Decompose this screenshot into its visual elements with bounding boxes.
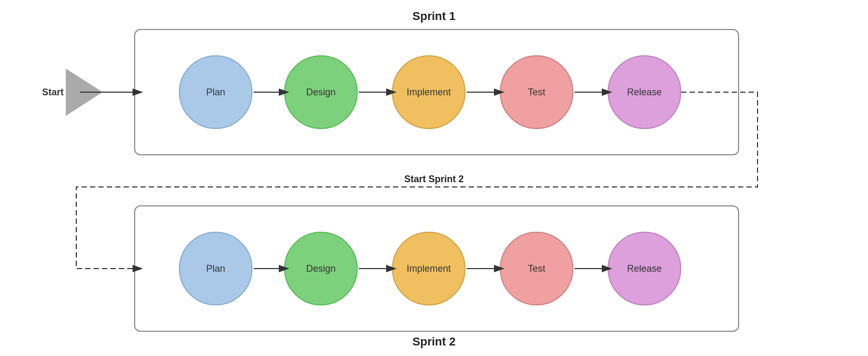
sprint1-implement-node: Implement xyxy=(392,55,466,129)
sprint2-design-node: Design xyxy=(284,232,358,305)
sprint1-plan-node: Plan xyxy=(179,55,253,129)
diagram-container: Sprint 1 Start Plan Design Implement Tes… xyxy=(0,0,868,356)
sprint2-test-node: Test xyxy=(500,232,573,305)
start-label: Start xyxy=(42,87,64,98)
sprint1-release-node: Release xyxy=(608,55,681,129)
start-sprint2-label: Start Sprint 2 xyxy=(404,174,463,185)
sprint2-title: Sprint 2 xyxy=(412,335,456,349)
sprint2-plan-node: Plan xyxy=(179,232,253,305)
sprint2-release-node: Release xyxy=(608,232,681,305)
sprint1-title: Sprint 1 xyxy=(412,9,456,23)
start-triangle xyxy=(66,68,103,116)
sprint1-test-node: Test xyxy=(500,55,573,129)
start-shape: Start xyxy=(42,68,103,116)
sprint2-implement-node: Implement xyxy=(392,232,466,305)
sprint1-design-node: Design xyxy=(284,55,358,129)
